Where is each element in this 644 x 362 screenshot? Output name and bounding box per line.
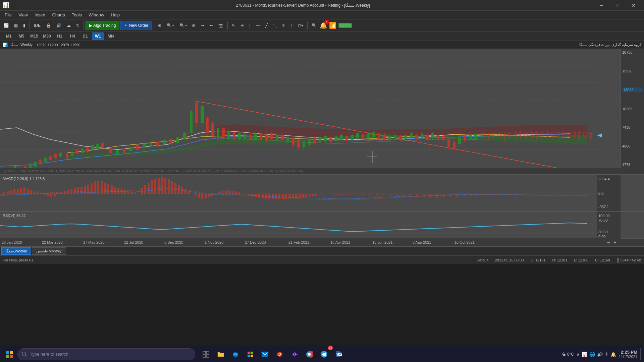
menu-insert[interactable]: Insert [31, 12, 49, 18]
cloud-btn[interactable]: ☁ [64, 21, 73, 30]
start-button[interactable] [3, 348, 16, 361]
svg-rect-386 [203, 355, 206, 357]
svg-rect-113 [286, 137, 289, 142]
svg-rect-268 [117, 188, 119, 194]
algo-trading-btn[interactable]: ▶ Algo Trading [86, 21, 119, 30]
tray-expand[interactable]: ∧ [577, 352, 580, 357]
close-button[interactable]: ✕ [626, 0, 641, 11]
shapes-btn[interactable]: ◻▾ [296, 21, 306, 30]
telegram-btn[interactable]: 77 [317, 348, 331, 361]
svg-rect-75 [183, 133, 186, 139]
chart-bar-btn[interactable]: ▦ [12, 21, 20, 30]
ide-btn[interactable]: IDE [32, 21, 43, 30]
zoom-in-btn[interactable]: 🔍+ [164, 21, 176, 30]
file-explorer-btn[interactable] [214, 348, 227, 361]
crosshair-btn[interactable]: ⊕ [156, 21, 164, 30]
tf-mn[interactable]: MN [105, 33, 117, 40]
screenshot-btn[interactable]: 📷 [216, 21, 226, 30]
menu-charts[interactable]: Charts [49, 12, 68, 18]
office-btn[interactable]: O [273, 348, 286, 361]
tab-fasamin-monthly[interactable]: فاسمین,Monthly [32, 247, 66, 255]
svg-rect-91 [227, 131, 230, 138]
menu-help[interactable]: Help [107, 12, 123, 18]
taskview-btn[interactable] [199, 348, 213, 361]
zoom-out-btn[interactable]: 🔍− [177, 21, 189, 30]
vertical-line-btn[interactable]: | [247, 21, 253, 30]
svg-text:6 Sep 2020: 6 Sep 2020 [164, 240, 183, 244]
trendline-btn[interactable]: ╱ [263, 21, 270, 30]
macd-area[interactable]: MACD(12,26,9) 1.4 126.8 [0, 175, 644, 212]
crosshair2-btn[interactable]: ✛ [238, 21, 246, 30]
main-chart[interactable]: Mofid Securities 18758 15928 13098 10268… [0, 49, 644, 168]
svg-rect-133 [340, 135, 343, 140]
language-indicator[interactable]: 中 [605, 352, 608, 357]
menu-window[interactable]: Window [85, 12, 107, 18]
refresh-btn[interactable]: ↻ [74, 21, 82, 30]
svg-rect-149 [383, 135, 386, 140]
taskbar-right: 🌤 6°C ∧ 📊 🌐 🔊 中 🔔 2:25 PM 11/17/2021 [562, 348, 641, 360]
svg-rect-298 [228, 190, 230, 194]
svg-rect-165 [426, 135, 429, 139]
tf-m5[interactable]: M5 [15, 33, 28, 40]
svg-rect-63 [143, 143, 146, 148]
audio-btn[interactable]: 🔊 [54, 21, 64, 30]
chrome-btn[interactable] [303, 348, 316, 361]
chart-candle-btn[interactable]: ▮ [21, 21, 28, 30]
menu-view[interactable]: View [15, 12, 31, 18]
menu-file[interactable]: File [1, 12, 15, 18]
tf-m15[interactable]: M15 [28, 33, 40, 40]
store-btn[interactable] [244, 348, 257, 361]
lock-btn[interactable]: 🔒 [44, 21, 53, 30]
word-btn[interactable]: W W [332, 348, 345, 361]
channel-btn[interactable]: ⋱ [271, 21, 279, 30]
notification-badge[interactable]: 🔔 1 [320, 22, 327, 29]
tf-h4[interactable]: H4 [66, 33, 78, 40]
tf-m30[interactable]: M30 [41, 33, 53, 40]
minimize-button[interactable]: − [594, 0, 609, 11]
scroll-left-btn[interactable]: ⇤ [207, 21, 215, 30]
chart-ohlc: 12979 11200 12979 11990 [36, 43, 80, 47]
tf-d1[interactable]: D1 [79, 33, 91, 40]
text-btn[interactable]: T [288, 21, 295, 30]
grid-btn[interactable]: ⊞ [190, 21, 198, 30]
tab-smga-weekly[interactable]: سمگا,Weekly [1, 247, 31, 255]
rsi-area[interactable]: RSI(14) 56.22 100.00 70.00 30.00 0.00 [0, 212, 644, 238]
price-level-2: 15928 [622, 69, 643, 73]
weather-widget[interactable]: 🌤 6°C [562, 352, 574, 357]
tf-m1[interactable]: M1 [3, 33, 15, 40]
store-icon [247, 351, 254, 358]
svg-rect-61 [136, 145, 139, 149]
svg-rect-139 [356, 133, 359, 138]
tf-h1[interactable]: H1 [54, 33, 66, 40]
new-order-btn[interactable]: ＋ New Order [120, 21, 152, 30]
svg-rect-390 [251, 352, 253, 354]
mofid-tray-icon[interactable]: 📊 [582, 352, 587, 357]
toolbar-sep-3 [154, 21, 154, 29]
svg-rect-101 [254, 133, 257, 139]
svg-rect-55 [116, 150, 119, 155]
taskbar-search[interactable]: Type here to search [17, 348, 195, 360]
maximize-button[interactable]: □ [610, 0, 625, 11]
price-level-3: 13098 [622, 87, 643, 92]
cursor-btn[interactable]: ↖ [229, 21, 237, 30]
menu-tools[interactable]: Tools [68, 12, 85, 18]
plus-icon: ＋ [124, 22, 128, 28]
scroll-right-btn[interactable]: ⇥ [199, 21, 207, 30]
tf-w1[interactable]: W1 [92, 33, 104, 40]
svg-text:-937.1: -937.1 [598, 205, 609, 209]
show-desktop-btn[interactable] [640, 348, 641, 360]
notification-icon[interactable]: 🔔 [610, 352, 616, 357]
search-btn[interactable]: 🔍 [309, 21, 319, 30]
cloud-icon: 🌤 [562, 352, 566, 357]
horiz-line-btn[interactable]: — [254, 21, 262, 30]
mail-btn[interactable] [258, 348, 272, 361]
chart-line-btn[interactable]: 📈 [1, 21, 11, 30]
toolbar: 📈 ▦ ▮ IDE 🔒 🔊 ☁ ↻ ▶ Algo Trading ＋ New O… [0, 19, 644, 32]
speaker-icon[interactable]: 🔊 [597, 352, 603, 357]
edge-btn[interactable] [229, 348, 242, 361]
network-icon[interactable]: 🌐 [589, 352, 595, 357]
svg-rect-183 [474, 134, 477, 139]
taskbar-clock[interactable]: 2:25 PM 11/17/2021 [619, 350, 637, 359]
code-btn[interactable]: </> [288, 348, 301, 361]
fib-btn[interactable]: ≡ [280, 21, 287, 30]
